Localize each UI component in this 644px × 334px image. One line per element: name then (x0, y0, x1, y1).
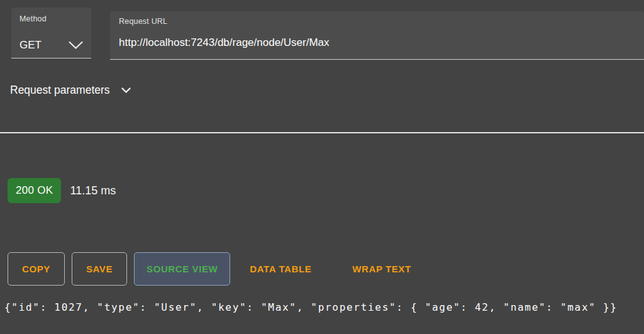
save-button[interactable]: SAVE (72, 252, 127, 286)
response-toolbar: COPY SAVE SOURCE VIEW DATA TABLE WRAP TE… (8, 252, 424, 286)
copy-button[interactable]: COPY (8, 252, 65, 286)
latency-text: 11.15 ms (70, 184, 116, 198)
response-body: {"id": 1027, "type": "User", "key": "Max… (4, 301, 618, 313)
section-divider (0, 132, 644, 133)
chevron-down-icon (121, 87, 131, 93)
source-view-button[interactable]: SOURCE VIEW (134, 252, 230, 286)
method-label: Method (19, 14, 83, 23)
status-badge: 200 OK (8, 178, 61, 203)
data-table-button[interactable]: DATA TABLE (237, 252, 324, 286)
status-row: 200 OK 11.15 ms (8, 178, 116, 203)
request-url-label: Request URL (119, 17, 635, 26)
request-parameters-toggle[interactable]: Request parameters (10, 84, 131, 97)
method-value-row: GET (19, 39, 83, 52)
chevron-down-icon (69, 42, 83, 49)
method-value: GET (19, 39, 42, 52)
method-select[interactable]: Method GET (11, 8, 91, 58)
request-url-field: Request URL (110, 11, 644, 60)
request-parameters-label: Request parameters (10, 84, 110, 97)
request-url-input[interactable] (119, 36, 635, 53)
wrap-text-button[interactable]: WRAP TEXT (340, 252, 423, 286)
